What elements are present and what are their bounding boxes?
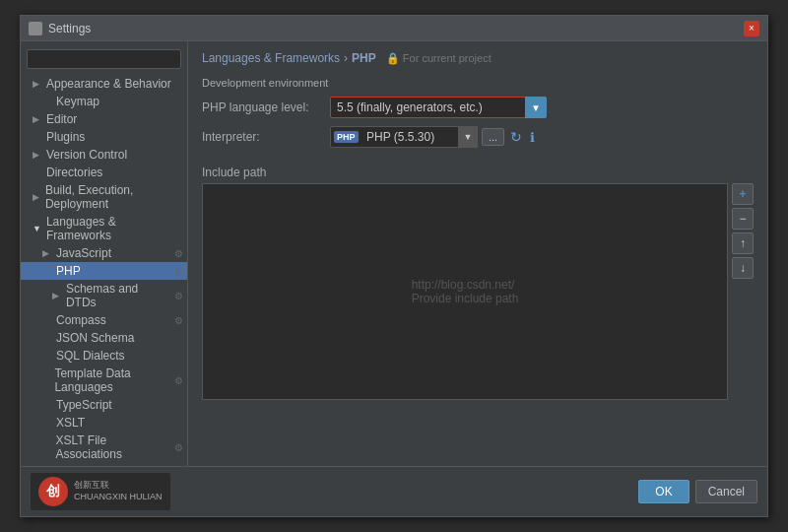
breadcrumb: Languages & Frameworks › PHP 🔒 For curre…	[202, 51, 754, 65]
interpreter-select-wrapper: PHP PHP (5.5.30) ▼	[330, 126, 478, 148]
php-language-row: PHP language level: 5.5 (finally, genera…	[202, 97, 754, 118]
footer: 创 创新互联 CHUANGXIN HULIAN OK Cancel	[21, 466, 767, 516]
sidebar-item-compass[interactable]: Compass⚙	[21, 311, 187, 329]
sidebar-item-label-directories: Directories	[46, 166, 102, 179]
sidebar-item-label-languages: Languages & Frameworks	[46, 215, 183, 242]
sidebar-item-gear-php: ⚙	[174, 266, 183, 277]
sidebar: ▶Appearance & BehaviorKeymap▶EditorPlugi…	[21, 41, 188, 466]
sidebar-item-php[interactable]: PHP⚙	[21, 262, 187, 280]
sidebar-item-label-template-data: Template Data Languages	[54, 366, 170, 394]
interpreter-controls: PHP PHP (5.5.30) ▼ ... ↻ ℹ	[330, 126, 537, 148]
include-path-add-button[interactable]: +	[732, 183, 754, 205]
window-title: Settings	[48, 22, 91, 35]
interpreter-dots-button[interactable]: ...	[482, 128, 504, 146]
title-bar: Settings ×	[21, 16, 767, 41]
sidebar-item-editor[interactable]: ▶Editor	[21, 110, 187, 128]
search-input[interactable]	[27, 49, 181, 69]
brand-line1: 创新互联	[74, 480, 163, 492]
sidebar-item-version-control[interactable]: ▶Version Control	[21, 146, 187, 164]
sidebar-item-label-keymap: Keymap	[56, 95, 99, 108]
brand-line2: CHUANGXIN HULIAN	[74, 492, 163, 503]
sidebar-item-label-plugins: Plugins	[46, 130, 85, 144]
sidebar-item-keymap[interactable]: Keymap	[21, 93, 187, 110]
sidebar-item-xslt[interactable]: XSLT	[21, 414, 187, 432]
sidebar-item-label-typescript: TypeScript	[56, 398, 112, 412]
sidebar-item-arrow-appearance: ▶	[33, 79, 42, 89]
sidebar-item-label-xslt-file-assoc: XSLT File Associations	[56, 433, 170, 461]
sidebar-item-label-appearance: Appearance & Behavior	[46, 77, 171, 91]
sidebar-items: ▶Appearance & BehaviorKeymap▶EditorPlugi…	[21, 75, 187, 466]
sidebar-item-json-schema[interactable]: JSON Schema	[21, 329, 187, 347]
close-button[interactable]: ×	[744, 21, 759, 36]
brand-area: 创 创新互联 CHUANGXIN HULIAN	[31, 473, 170, 510]
cancel-button[interactable]: Cancel	[695, 480, 757, 503]
sidebar-item-xslt-file-assoc[interactable]: XSLT File Associations⚙	[21, 432, 187, 463]
window-body: ▶Appearance & BehaviorKeymap▶EditorPlugi…	[21, 41, 767, 466]
dev-env-section-label: Development environment	[202, 77, 754, 89]
sidebar-item-directories[interactable]: Directories	[21, 164, 187, 181]
interpreter-select[interactable]: PHP (5.5.30)	[330, 126, 478, 148]
include-path-section: Include path http://blog.csdn.net/ Provi…	[202, 166, 754, 400]
sidebar-item-gear-compass: ⚙	[174, 315, 183, 326]
title-bar-left: Settings	[29, 22, 91, 35]
sidebar-item-arrow-editor: ▶	[33, 114, 42, 124]
sidebar-item-javascript[interactable]: ▶JavaScript⚙	[21, 244, 187, 262]
sidebar-item-label-editor: Editor	[46, 112, 77, 126]
search-box	[27, 49, 181, 69]
interpreter-row: Interpreter: PHP PHP (5.5.30) ▼ ... ↻ ℹ	[202, 126, 754, 148]
sidebar-item-label-compass: Compass	[56, 313, 106, 327]
sidebar-item-label-javascript: JavaScript	[56, 246, 111, 260]
ok-button[interactable]: OK	[638, 480, 689, 503]
sidebar-item-schemas[interactable]: ▶Schemas and DTDs⚙	[21, 280, 187, 311]
php-language-select-wrapper: 5.5 (finally, generators, etc.) ▼	[330, 97, 547, 118]
main-content: Languages & Frameworks › PHP 🔒 For curre…	[188, 41, 767, 466]
php-language-select[interactable]: 5.5 (finally, generators, etc.)	[330, 97, 547, 118]
php-language-label: PHP language level:	[202, 100, 330, 114]
sidebar-item-build[interactable]: ▶Build, Execution, Deployment	[21, 181, 187, 213]
sidebar-item-label-build: Build, Execution, Deployment	[45, 183, 183, 211]
sidebar-item-label-schemas: Schemas and DTDs	[66, 282, 170, 309]
sidebar-item-sql-dialects[interactable]: SQL Dialects	[21, 347, 187, 365]
sidebar-item-label-sql-dialects: SQL Dialects	[56, 349, 125, 363]
project-badge: 🔒 For current project	[386, 52, 492, 65]
sidebar-item-arrow-languages: ▼	[33, 224, 42, 233]
sidebar-item-arrow-version-control: ▶	[33, 150, 42, 160]
sidebar-item-label-php: PHP	[56, 264, 81, 278]
include-path-down-button[interactable]: ↓	[732, 257, 754, 279]
include-path-remove-button[interactable]: −	[732, 208, 754, 230]
sidebar-item-gear-template-data: ⚙	[174, 375, 183, 386]
include-path-container: http://blog.csdn.net/ Provide include pa…	[202, 183, 754, 400]
breadcrumb-parent: Languages & Frameworks	[202, 51, 340, 65]
sidebar-item-gear-javascript: ⚙	[174, 248, 183, 259]
sidebar-item-gear-xslt-file-assoc: ⚙	[174, 442, 183, 453]
include-path-buttons: + − ↑ ↓	[732, 183, 754, 400]
brand-logo: 创	[38, 477, 68, 506]
sidebar-item-arrow-build: ▶	[33, 192, 41, 202]
sidebar-item-arrow-javascript: ▶	[42, 248, 52, 258]
interpreter-refresh-button[interactable]: ↻	[508, 127, 524, 147]
breadcrumb-separator: ›	[344, 51, 348, 65]
interpreter-label: Interpreter:	[202, 130, 330, 144]
sidebar-item-template-data[interactable]: Template Data Languages⚙	[21, 365, 187, 396]
include-path-list: http://blog.csdn.net/ Provide include pa…	[202, 183, 728, 400]
sidebar-item-gear-schemas: ⚙	[174, 291, 183, 301]
sidebar-item-appearance[interactable]: ▶Appearance & Behavior	[21, 75, 187, 93]
sidebar-item-label-json-schema: JSON Schema	[56, 331, 134, 345]
sidebar-item-languages[interactable]: ▼Languages & Frameworks	[21, 213, 187, 244]
brand-text: 创新互联 CHUANGXIN HULIAN	[74, 480, 163, 502]
interpreter-info-button[interactable]: ℹ	[528, 128, 537, 147]
sidebar-item-arrow-schemas: ▶	[52, 291, 62, 300]
include-path-label: Include path	[202, 166, 754, 179]
breadcrumb-current: PHP	[352, 51, 376, 65]
sidebar-item-label-version-control: Version Control	[46, 148, 127, 162]
sidebar-item-typescript[interactable]: TypeScript	[21, 396, 187, 414]
sidebar-item-label-xslt: XSLT	[56, 416, 85, 430]
include-path-up-button[interactable]: ↑	[732, 233, 754, 254]
sidebar-item-plugins[interactable]: Plugins	[21, 128, 187, 146]
settings-window: Settings × ▶Appearance & BehaviorKeymap▶…	[20, 15, 768, 517]
include-path-placeholder: http://blog.csdn.net/ Provide include pa…	[412, 278, 519, 305]
settings-icon	[29, 22, 42, 35]
